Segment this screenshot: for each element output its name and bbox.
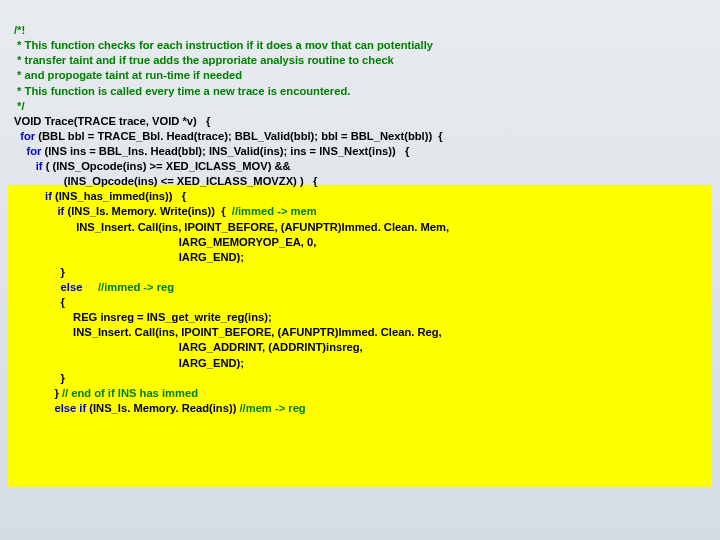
code-line: INS_Insert. Call(ins, IPOINT_BEFORE, (AF… [14, 221, 449, 233]
code-line: INS_Insert. Call(ins, IPOINT_BEFORE, (AF… [14, 326, 442, 338]
code-line: { [14, 296, 65, 308]
code-text: (INS_has_immed(ins)) { [52, 190, 186, 202]
code-text: (INS ins = BBL_Ins. Head(bbl); INS_Valid… [41, 145, 409, 157]
keyword: if [14, 190, 52, 202]
comment-line: * and propogate taint at run-time if nee… [14, 69, 242, 81]
code-line: IARG_ADDRINT, (ADDRINT)insreg, [14, 341, 363, 353]
keyword: else [14, 281, 82, 293]
keyword: else if [14, 402, 86, 414]
comment-line: * transfer taint and if true adds the ap… [14, 54, 394, 66]
slide-area: /*! * This function checks for each inst… [0, 0, 720, 540]
code-line: IARG_END); [14, 357, 244, 369]
keyword: if [14, 160, 43, 172]
comment-line: */ [14, 100, 25, 112]
code-text: (BBL bbl = TRACE_Bbl. Head(trace); BBL_V… [35, 130, 443, 142]
code-text: ( (INS_Opcode(ins) >= XED_ICLASS_MOV) && [43, 160, 291, 172]
code-line: (INS_Opcode(ins) <= XED_ICLASS_MOVZX) ) … [14, 175, 317, 187]
code-line: IARG_END); [14, 251, 244, 263]
code-text: (INS_Is. Memory. Read(ins)) [86, 402, 239, 414]
keyword: for [14, 145, 41, 157]
code-line: IARG_MEMORYOP_EA, 0, [14, 236, 316, 248]
comment-line: * This function checks for each instruct… [14, 39, 433, 51]
comment-inline: //immed -> mem [232, 205, 317, 217]
comment-inline: // end of if INS has immed [62, 387, 198, 399]
code-line: } [14, 266, 65, 278]
code-line: VOID Trace(TRACE trace, VOID *v) { [14, 115, 210, 127]
comment-inline: //mem -> reg [239, 402, 305, 414]
code-text: (INS_Is. Memory. Write(ins)) { [64, 205, 231, 217]
code-line: REG insreg = INS_get_write_reg(ins); [14, 311, 272, 323]
comment-line: /*! [14, 24, 25, 36]
code-block: /*! * This function checks for each inst… [14, 8, 708, 431]
code-text: } [14, 387, 62, 399]
keyword: for [14, 130, 35, 142]
comment-line: * This function is called every time a n… [14, 85, 350, 97]
code-line: } [14, 372, 65, 384]
comment-inline: //immed -> reg [82, 281, 174, 293]
keyword: if [14, 205, 64, 217]
